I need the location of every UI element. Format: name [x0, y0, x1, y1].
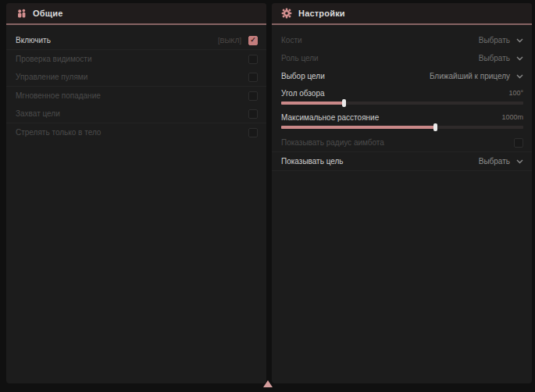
- slider-value: 100°: [508, 89, 523, 97]
- row-target-select: Выбор цели Ближайший к прицелу: [272, 67, 532, 85]
- row-body-only[interactable]: Стрелять только в тело ✓: [6, 123, 266, 141]
- fov-slider[interactable]: [281, 102, 523, 105]
- row-show-target: Показывать цель Выбрать: [272, 152, 532, 171]
- dropdown-value: Выбрать: [479, 157, 510, 166]
- panel-settings-header: Настройки: [272, 3, 532, 25]
- checkbox[interactable]: ✓: [248, 73, 258, 82]
- row-label: Мгновенное попадание: [16, 91, 101, 100]
- slider-label: Угол обзора: [281, 89, 325, 98]
- dropdown-value: Выбрать: [479, 36, 510, 45]
- bones-dropdown[interactable]: Выбрать: [479, 36, 523, 45]
- target-role-dropdown[interactable]: Выбрать: [479, 54, 523, 62]
- panel-title: Настройки: [298, 9, 345, 18]
- row-visibility-check[interactable]: Проверка видимости ✓: [6, 50, 266, 68]
- row-target-role: Роль цели Выбрать: [272, 49, 532, 67]
- row-label: Показывать радиус аимбота: [281, 138, 384, 147]
- row-label: Кости: [281, 36, 302, 45]
- chevron-down-icon: [516, 56, 523, 61]
- chevron-down-icon: [516, 159, 523, 164]
- checkbox[interactable]: ✓: [248, 109, 258, 119]
- dropdown-value: Ближайший к прицелу: [430, 72, 510, 80]
- show-target-dropdown[interactable]: Выбрать: [479, 157, 523, 166]
- fov-slider-block: Угол обзора 100°: [272, 85, 532, 109]
- row-instant-hit[interactable]: Мгновенное попадание ✓: [6, 87, 266, 105]
- row-label: Стрелять только в тело: [16, 128, 101, 137]
- checkbox[interactable]: ✓: [248, 36, 258, 45]
- max-distance-slider[interactable]: [281, 126, 523, 129]
- slider-value: 1000m: [501, 113, 523, 121]
- row-label: Роль цели: [281, 54, 319, 62]
- row-label: Захват цели: [16, 109, 60, 118]
- row-show-aimbot-radius[interactable]: Показывать радиус аимбота ✓: [272, 134, 532, 152]
- row-label: Показывать цель: [281, 157, 344, 166]
- max-distance-slider-block: Максимальное расстояние 1000m: [272, 109, 532, 134]
- panel-general: Общие Включить [ВЫКЛ] ✓ Проверка видимос…: [6, 3, 266, 383]
- users-icon: [16, 8, 27, 19]
- panel-title: Общие: [33, 9, 63, 18]
- row-enable[interactable]: Включить [ВЫКЛ] ✓: [6, 31, 266, 50]
- panel-settings: Настройки Кости Выбрать Роль цели Выбрат…: [272, 3, 532, 383]
- slider-label: Максимальное расстояние: [281, 113, 379, 122]
- state-text: [ВЫКЛ]: [218, 37, 241, 45]
- slider-thumb[interactable]: [433, 123, 437, 131]
- gear-icon: [281, 8, 292, 19]
- row-label: Управление пулями: [16, 73, 87, 81]
- slider-thumb[interactable]: [342, 99, 346, 107]
- chevron-down-icon: [516, 74, 523, 79]
- checkbox[interactable]: ✓: [514, 138, 523, 148]
- row-label: Выбор цели: [281, 72, 325, 80]
- row-target-lock[interactable]: Захват цели ✓: [6, 105, 266, 123]
- target-select-dropdown[interactable]: Ближайший к прицелу: [430, 72, 523, 80]
- panel-general-header: Общие: [6, 3, 266, 25]
- checkbox[interactable]: ✓: [248, 55, 258, 64]
- checkbox[interactable]: ✓: [248, 91, 258, 101]
- row-label: Включить: [16, 36, 51, 45]
- row-bullet-control[interactable]: Управление пулями ✓: [6, 68, 266, 87]
- cursor-triangle: [263, 380, 273, 387]
- chevron-down-icon: [516, 38, 523, 43]
- row-bones: Кости Выбрать: [272, 31, 532, 49]
- dropdown-value: Выбрать: [479, 54, 510, 62]
- checkbox[interactable]: ✓: [248, 128, 258, 137]
- row-label: Проверка видимости: [16, 55, 92, 63]
